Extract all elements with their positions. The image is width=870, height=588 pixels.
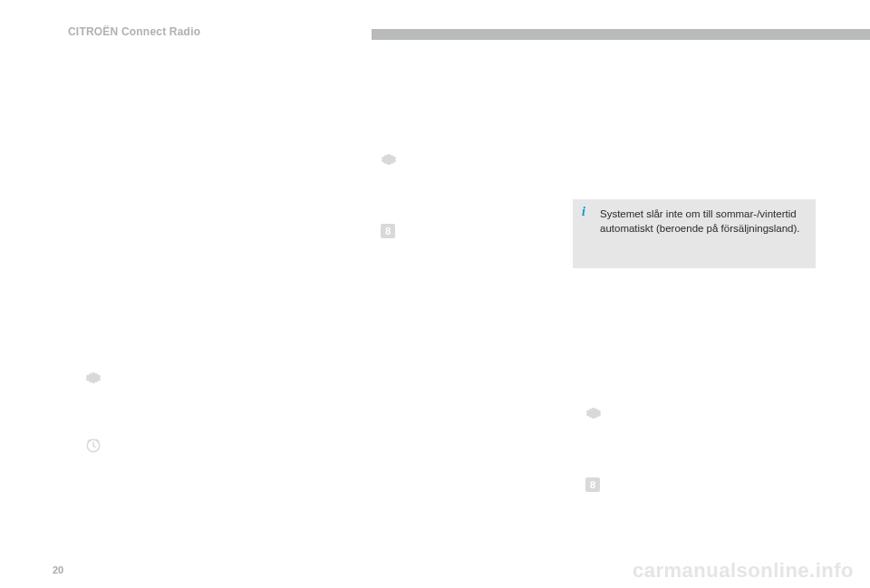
info-icon: i [582,205,585,219]
watermark: carmanualsonline.info [633,559,854,583]
clock-icon [85,438,102,454]
svg-text:8: 8 [385,226,391,236]
box8-icon: 8 [381,224,395,238]
info-callout: i Systemet slår inte om till sommar-/vin… [573,199,816,268]
gear-icon [85,370,102,386]
header-rule [372,29,870,40]
box8-icon: 8 [585,477,600,492]
header-title: CITROËN Connect Radio [68,25,200,38]
info-text: Systemet slår inte om till sommar-/vinte… [600,207,807,236]
page-number: 20 [53,564,63,575]
svg-text:8: 8 [590,479,595,490]
gear-icon [381,151,397,168]
gear-icon [585,405,602,421]
